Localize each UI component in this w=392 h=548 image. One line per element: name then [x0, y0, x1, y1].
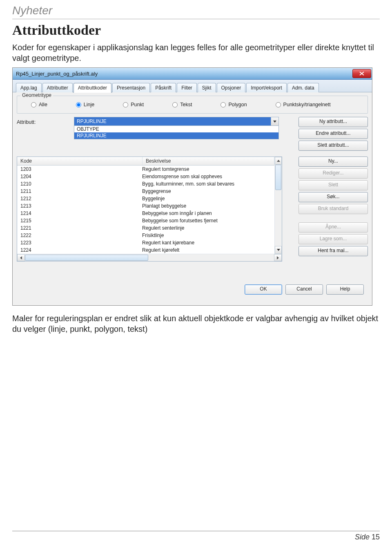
radio-label: Punkt [131, 102, 144, 107]
tab-presentasjon[interactable]: Presentasjon [112, 83, 150, 92]
cell-kode: 1210 [17, 180, 139, 188]
slett-button: Slett [298, 180, 368, 190]
hent-fra-mal--button[interactable]: Hent fra mal... [298, 246, 368, 256]
scroll-right-button[interactable] [274, 254, 282, 261]
combo-item-objtype[interactable]: OBJTYPE [74, 126, 278, 132]
table-row[interactable]: 1222Frisiktlinje [17, 232, 274, 239]
table-row[interactable]: 1215Bebyggelse som forutsettes fjernet [17, 217, 274, 224]
table-row[interactable]: 1224Regulert kjørefelt [17, 246, 274, 254]
col-beskrivelse[interactable]: Beskrivelse [143, 157, 274, 165]
horizontal-scrollbar[interactable] [17, 254, 282, 261]
scroll-track[interactable] [275, 165, 282, 246]
tab-p-skrift[interactable]: Påskrift [151, 83, 176, 92]
radio-polygon[interactable]: Polygon [220, 102, 247, 107]
table-row[interactable]: 1212Byggelinje [17, 195, 274, 202]
hscroll-track[interactable] [25, 254, 274, 261]
tab-adm-data[interactable]: Adm. data [287, 83, 319, 92]
col-kode[interactable]: Kode [17, 157, 143, 165]
radio-linje[interactable]: Linje [76, 102, 94, 107]
cell-beskrivelse: Regulert senterlinje [139, 224, 274, 232]
cell-beskrivelse: Bebyggelse som inngår i planen [139, 210, 274, 217]
cell-kode: 1214 [17, 210, 139, 217]
tabstrip: App.lagAttributterAttributtkoderPresenta… [13, 80, 372, 92]
table-row[interactable]: 1211Byggegrense [17, 188, 274, 195]
cell-kode: 1203 [17, 166, 139, 173]
intro-text: Koder for egenskaper i applikasjonslag k… [12, 42, 380, 63]
-pne--button: Åpne... [298, 222, 368, 233]
table-row[interactable]: 1204Eiendomsgrense som skal oppheves [17, 173, 274, 180]
cell-beskrivelse: Bygg, kulturminner, mm. som skal bevares [139, 180, 274, 188]
side-button-column: Ny...Rediger...SlettSøk...Bruk standardÅ… [298, 157, 368, 256]
cell-kode: 1215 [17, 217, 139, 224]
hscroll-thumb[interactable] [25, 255, 148, 261]
tab-attributtkoder[interactable]: Attributtkoder [74, 83, 111, 93]
dialog-button-row: OK Cancel Help [17, 262, 368, 299]
kode-table[interactable]: Kode Beskrivelse 1203Regulert tomtegrens… [17, 157, 282, 262]
page-header: Nyheter [12, 4, 380, 17]
attributt-list[interactable]: OBJTYPERPJURLINJE [74, 125, 278, 139]
scroll-thumb[interactable] [275, 165, 281, 190]
ny-attributt--button[interactable]: Ny attributt... [298, 117, 368, 127]
scroll-up-button[interactable] [275, 157, 282, 165]
lagre-som--button: Lagre som... [298, 234, 368, 244]
radio-tekst[interactable]: Tekst [172, 102, 192, 107]
cell-beskrivelse: Regulert kant kjørebane [139, 239, 274, 246]
radio-input[interactable] [220, 102, 226, 107]
endre-attributt--button[interactable]: Endre attributt... [298, 129, 368, 139]
radio-input[interactable] [276, 102, 281, 107]
ok-button[interactable]: OK [245, 284, 282, 295]
bruk-standard-button: Bruk standard [298, 204, 368, 214]
radio-input[interactable] [76, 102, 81, 107]
chevron-up-icon [277, 160, 280, 162]
cell-kode: 1224 [17, 246, 139, 254]
attributt-selected: RPJURLINJE [74, 117, 271, 125]
cell-beskrivelse: Planlagt bebyggelse [139, 202, 274, 210]
table-row[interactable]: 1223Regulert kant kjørebane [17, 239, 274, 246]
tab-sjikt[interactable]: Sjikt [198, 83, 216, 92]
table-header: Kode Beskrivelse [17, 157, 274, 166]
cell-beskrivelse: Bebyggelse som forutsettes fjernet [139, 217, 274, 224]
titlebar: Rp45_Linjer_punkt_og_påskrift.aly [13, 68, 372, 80]
tab-import-eksport[interactable]: Import/eksport [246, 83, 287, 92]
help-button[interactable]: Help [326, 284, 364, 295]
cell-kode: 1211 [17, 188, 139, 195]
combo-item-rpjurlinje[interactable]: RPJURLINJE [74, 132, 278, 139]
radio-input[interactable] [31, 102, 36, 107]
group-legend: Geometritype [20, 92, 53, 98]
cell-kode: 1213 [17, 202, 139, 210]
table-row[interactable]: 1203Regulert tomtegrense [17, 166, 274, 173]
chevron-down-icon [273, 121, 276, 123]
divider [12, 19, 380, 19]
chevron-right-icon [277, 256, 279, 259]
scroll-left-button[interactable] [17, 254, 25, 261]
table-row[interactable]: 1214Bebyggelse som inngår i planen [17, 210, 274, 217]
tab-filter[interactable]: Filter [177, 83, 197, 92]
table-body: 1203Regulert tomtegrense1204Eiendomsgren… [17, 166, 274, 254]
tab-attributter[interactable]: Attributter [42, 83, 73, 92]
radio-alle[interactable]: Alle [31, 102, 47, 107]
cell-beskrivelse: Byggelinje [139, 195, 274, 202]
cell-kode: 1204 [17, 173, 139, 180]
table-row[interactable]: 1213Planlagt bebyggelse [17, 202, 274, 210]
s-k--button[interactable]: Søk... [298, 192, 368, 202]
radio-punktsky-triangelnett[interactable]: Punktsky/triangelnett [276, 102, 331, 107]
ny--button[interactable]: Ny... [298, 157, 368, 167]
radio-input[interactable] [172, 102, 178, 107]
radio-punkt[interactable]: Punkt [123, 102, 144, 107]
radio-input[interactable] [123, 102, 128, 107]
tab-opsjoner[interactable]: Opsjoner [217, 83, 246, 92]
cancel-button[interactable]: Cancel [285, 284, 323, 295]
cell-kode: 1223 [17, 239, 139, 246]
tab-app-lag[interactable]: App.lag [16, 83, 42, 92]
cell-beskrivelse: Byggegrense [139, 188, 274, 195]
cell-beskrivelse: Eiendomsgrense som skal oppheves [139, 173, 274, 180]
scroll-down-button[interactable] [275, 246, 282, 254]
footer-divider [12, 531, 380, 531]
slett-attributt--button[interactable]: Slett attributt... [298, 141, 368, 151]
table-row[interactable]: 1210Bygg, kulturminner, mm. som skal bev… [17, 180, 274, 188]
attributt-combo[interactable]: RPJURLINJE OBJTYPERPJURLINJE [74, 117, 279, 139]
table-row[interactable]: 1221Regulert senterlinje [17, 224, 274, 232]
vertical-scrollbar[interactable] [274, 157, 282, 254]
dropdown-arrow[interactable] [271, 117, 278, 125]
close-button[interactable] [352, 69, 371, 78]
